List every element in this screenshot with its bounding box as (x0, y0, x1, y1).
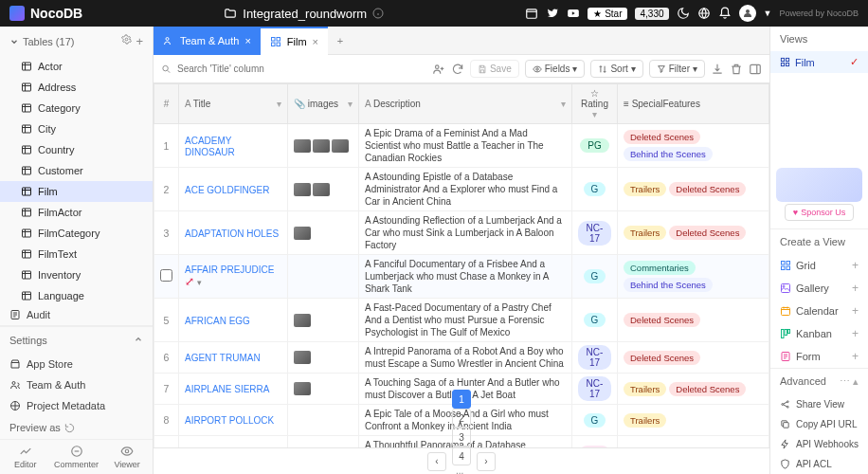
api-acl-link[interactable]: API ACL (770, 454, 868, 474)
title-link[interactable]: AFRICAN EGG (185, 316, 250, 326)
page-prev[interactable]: ‹ (427, 452, 446, 471)
table-inventory[interactable]: Inventory (0, 264, 153, 285)
add-tab-button[interactable]: + (328, 35, 353, 46)
moon-icon[interactable] (677, 7, 690, 20)
twitter-icon[interactable] (546, 7, 559, 20)
toggle-sidebar-icon[interactable] (749, 63, 762, 76)
table-category[interactable]: Category (0, 98, 153, 118)
table-country[interactable]: Country (0, 139, 153, 160)
expand-icon[interactable]: ⤢ (185, 275, 194, 288)
role-viewer[interactable]: Viewer (101, 440, 153, 474)
table-city[interactable]: City (0, 118, 153, 139)
save-button[interactable]: Save (470, 60, 519, 78)
tables-header[interactable]: Tables (17) (23, 36, 74, 47)
chevron-down-icon[interactable] (9, 37, 19, 46)
col-images[interactable]: 📎 images ▾ (288, 84, 359, 124)
page-2[interactable]: 2 (452, 409, 471, 428)
search-input[interactable] (177, 64, 351, 74)
create-view-header: Create a View (770, 228, 868, 254)
user-avatar[interactable] (739, 5, 756, 22)
delete-icon[interactable] (730, 63, 743, 76)
create-view-calendar[interactable]: Calendar+ (770, 300, 868, 322)
title-link[interactable]: ACADEMY DINOSAUR (185, 136, 235, 157)
title-link[interactable]: ADAPTATION HOLES (185, 228, 279, 239)
api-webhooks-link[interactable]: API Webhooks (770, 434, 868, 454)
page-next[interactable]: › (477, 452, 496, 471)
table-film[interactable]: Film (0, 181, 153, 202)
close-icon[interactable]: × (313, 36, 318, 47)
col-title[interactable]: A Title ▾ (179, 84, 288, 124)
col-description[interactable]: A Description ▾ (359, 84, 572, 124)
row-checkbox[interactable] (160, 269, 172, 282)
search-icon[interactable] (161, 64, 172, 75)
image-thumbs[interactable] (294, 351, 353, 364)
calendar-icon[interactable] (525, 7, 538, 20)
team-auth-item[interactable]: Team & Auth (0, 374, 153, 395)
fields-button[interactable]: Fields ▾ (525, 60, 586, 78)
page-3[interactable]: 3 (452, 428, 471, 447)
create-view-form[interactable]: Form+ (770, 345, 868, 368)
role-commenter[interactable]: Commenter (51, 440, 102, 474)
page-4[interactable]: 4 (452, 447, 471, 465)
settings-header[interactable]: Settings (9, 335, 47, 346)
chevron-up-icon[interactable] (134, 335, 143, 344)
bell-icon[interactable] (718, 7, 732, 20)
col-rating[interactable]: ☆ Rating ▾ (572, 84, 618, 124)
table-address[interactable]: Address (0, 77, 153, 98)
table-customer[interactable]: Customer (0, 160, 153, 181)
image-thumbs[interactable] (294, 227, 353, 240)
close-icon[interactable]: × (244, 35, 250, 46)
share-view-link[interactable]: Share View (770, 394, 868, 414)
title-link[interactable]: AFFAIR PREJUDICE (185, 264, 281, 275)
reload-icon[interactable] (451, 63, 464, 76)
info-icon[interactable] (372, 8, 384, 19)
table-actor[interactable]: Actor (0, 56, 153, 77)
title-link[interactable]: AIRPORT POLLOCK (185, 415, 274, 426)
col-special[interactable]: ≡ SpecialFeatures (618, 84, 769, 124)
page-1[interactable]: 1 (452, 390, 471, 409)
youtube-icon[interactable] (567, 7, 580, 20)
table-filmtext[interactable]: FilmText (0, 244, 153, 264)
title-link[interactable]: AIRPLANE SIERRA (185, 384, 269, 394)
sponsor-button[interactable]: ♥ Sponsor Us (785, 204, 854, 221)
table-row[interactable]: AFFAIR PREJUDICE⤢ ▾A Fanciful Documentar… (154, 255, 769, 299)
download-icon[interactable] (711, 63, 724, 76)
add-user-icon[interactable] (432, 63, 445, 76)
title-link[interactable]: ACE GOLDFINGER (185, 185, 269, 195)
svg-rect-39 (781, 63, 784, 65)
github-star-button[interactable]: ★ Star (588, 8, 627, 20)
add-table-button[interactable]: + (136, 34, 143, 48)
create-view-grid[interactable]: Grid+ (770, 254, 868, 277)
create-view-gallery[interactable]: Gallery+ (770, 277, 868, 300)
image-thumbs[interactable] (294, 139, 353, 153)
tab-team-auth[interactable]: Team & Auth× (154, 27, 261, 55)
advanced-header[interactable]: Advanced (780, 375, 826, 388)
role-editor[interactable]: Editor (0, 440, 51, 474)
image-thumbs[interactable] (294, 382, 353, 395)
table-row[interactable]: 5AFRICAN EGGA Fast-Paced Documentary of … (154, 299, 769, 342)
project-metadata-item[interactable]: Project Metadata (0, 395, 153, 416)
image-thumbs[interactable] (294, 183, 353, 196)
table-row[interactable]: 2ACE GOLDFINGERA Astounding Epistle of a… (154, 168, 769, 211)
sort-button[interactable]: Sort ▾ (590, 60, 642, 78)
view-film[interactable]: Film✓ (770, 51, 868, 73)
copy-api-url-link[interactable]: Copy API URL (770, 414, 868, 434)
image-thumbs[interactable] (294, 314, 353, 327)
audit-item[interactable]: Audit (0, 304, 153, 325)
table-row[interactable]: 1ACADEMY DINOSAURA Epic Drama of a Femin… (154, 124, 769, 168)
table-filmcategory[interactable]: FilmCategory (0, 223, 153, 244)
table-filmactor[interactable]: FilmActor (0, 202, 153, 223)
title-link[interactable]: AGENT TRUMAN (185, 353, 261, 363)
create-view-kanban[interactable]: Kanban+ (770, 322, 868, 345)
table-language[interactable]: Language (0, 285, 153, 304)
gear-icon[interactable] (121, 34, 132, 45)
table-row[interactable]: 3ADAPTATION HOLESA Astounding Reflection… (154, 211, 769, 255)
reset-icon[interactable] (64, 423, 75, 433)
globe-icon[interactable] (697, 7, 711, 20)
col-number[interactable]: # (154, 84, 179, 124)
user-menu-caret[interactable]: ▼ (764, 9, 772, 18)
tab-film[interactable]: Film× (261, 27, 328, 55)
app-store-item[interactable]: App Store (0, 354, 153, 374)
table-row[interactable]: 6AGENT TRUMANA Intrepid Panorama of a Ro… (154, 342, 769, 374)
filter-button[interactable]: Filter ▾ (649, 60, 705, 78)
